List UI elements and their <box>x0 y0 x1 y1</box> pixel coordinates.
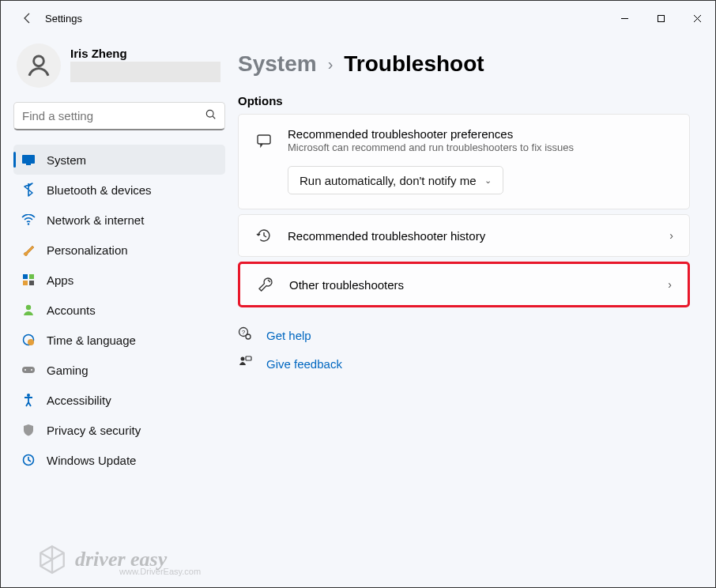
app-title: Settings <box>45 13 82 24</box>
nav-label: Gaming <box>47 364 89 377</box>
watermark-url: www.DriverEasy.com <box>119 567 201 576</box>
card-title: Recommended troubleshooter preferences <box>288 127 673 141</box>
dropdown-value: Run automatically, don't notify me <box>300 174 477 187</box>
breadcrumb-parent[interactable]: System <box>238 51 317 77</box>
breadcrumb-separator: › <box>328 55 334 74</box>
give-feedback-row[interactable]: Give feedback <box>238 355 690 372</box>
system-icon <box>21 154 36 165</box>
search-icon <box>205 109 217 123</box>
chevron-right-icon: › <box>668 278 672 291</box>
svg-point-3 <box>206 110 213 117</box>
breadcrumb-current: Troubleshoot <box>344 51 484 77</box>
nav-item-system[interactable]: System <box>13 145 225 175</box>
avatar <box>17 43 61 88</box>
wrench-icon <box>256 277 275 292</box>
nav-label: Apps <box>47 273 73 287</box>
svg-point-2 <box>34 56 44 66</box>
sidebar: Iris Zheng System Bluetooth & devices Ne… <box>1 36 238 587</box>
nav-item-network[interactable]: Network & internet <box>13 205 225 235</box>
brush-icon <box>21 243 36 256</box>
svg-point-24 <box>241 357 245 361</box>
nav-label: Windows Update <box>47 454 136 467</box>
window-controls <box>606 6 715 31</box>
accessibility-icon <box>21 393 36 407</box>
svg-point-23 <box>246 334 251 339</box>
nav-item-update[interactable]: Windows Update <box>13 445 225 475</box>
svg-rect-1 <box>658 15 664 21</box>
card-subtitle: Microsoft can recommend and run troubles… <box>288 141 673 153</box>
nav-label: System <box>47 153 86 167</box>
card-title: Other troubleshooters <box>289 278 654 292</box>
maximize-button[interactable] <box>643 6 679 31</box>
apps-icon <box>21 273 36 286</box>
svg-rect-11 <box>29 281 34 285</box>
give-feedback-link[interactable]: Give feedback <box>266 357 342 371</box>
nav-item-privacy[interactable]: Privacy & security <box>13 415 225 445</box>
svg-point-14 <box>28 339 34 345</box>
nav-item-apps[interactable]: Apps <box>13 265 225 295</box>
card-title: Recommended troubleshooter history <box>288 229 655 243</box>
gamepad-icon <box>21 365 36 375</box>
watermark: driver easy www.DriverEasy.com <box>36 543 167 576</box>
close-button[interactable] <box>679 6 715 31</box>
nav-label: Network & internet <box>47 213 144 227</box>
clock-globe-icon <box>21 334 36 346</box>
update-icon <box>21 454 36 466</box>
svg-point-18 <box>27 394 30 397</box>
profile-name: Iris Zheng <box>70 47 220 60</box>
svg-point-17 <box>31 369 32 371</box>
nav-item-personalization[interactable]: Personalization <box>13 235 225 265</box>
nav-label: Bluetooth & devices <box>47 183 152 197</box>
nav-label: Accounts <box>47 303 96 317</box>
svg-point-7 <box>28 223 29 224</box>
search-box[interactable] <box>13 102 225 130</box>
svg-rect-10 <box>23 281 28 285</box>
history-icon <box>254 228 273 243</box>
svg-rect-25 <box>246 356 251 360</box>
profile-email-redacted <box>70 62 220 82</box>
nav-label: Time & language <box>47 334 136 347</box>
back-button[interactable] <box>12 2 43 34</box>
get-help-row[interactable]: ? Get help <box>238 326 690 344</box>
svg-rect-5 <box>22 155 35 164</box>
nav-label: Personalization <box>47 243 128 257</box>
svg-rect-9 <box>29 274 34 279</box>
nav-label: Accessibility <box>47 394 111 407</box>
card-recommended-preferences: Recommended troubleshooter preferences M… <box>238 114 690 209</box>
card-other-troubleshooters[interactable]: Other troubleshooters › <box>238 262 690 307</box>
nav-item-gaming[interactable]: Gaming <box>13 355 225 385</box>
svg-rect-15 <box>22 367 35 373</box>
nav-item-accessibility[interactable]: Accessibility <box>13 385 225 415</box>
minimize-button[interactable] <box>606 6 643 31</box>
svg-point-16 <box>24 369 26 371</box>
section-label-options: Options <box>238 94 690 107</box>
titlebar: Settings <box>1 1 715 36</box>
profile[interactable]: Iris Zheng <box>13 43 225 88</box>
nav-list: System Bluetooth & devices Network & int… <box>13 145 225 475</box>
main-content: System › Troubleshoot Options Recommende… <box>238 36 715 587</box>
footer-links: ? Get help Give feedback <box>238 326 690 372</box>
troubleshooter-preference-dropdown[interactable]: Run automatically, don't notify me ⌄ <box>288 166 503 194</box>
chat-icon <box>254 133 273 149</box>
get-help-link[interactable]: Get help <box>266 329 311 342</box>
svg-rect-20 <box>258 135 270 144</box>
shield-icon <box>21 424 36 436</box>
svg-rect-8 <box>23 274 28 279</box>
nav-item-accounts[interactable]: Accounts <box>13 295 225 325</box>
person-icon <box>21 303 36 316</box>
svg-rect-6 <box>26 164 31 165</box>
watermark-logo-icon <box>36 543 69 576</box>
nav-item-bluetooth[interactable]: Bluetooth & devices <box>13 175 225 205</box>
card-troubleshooter-history[interactable]: Recommended troubleshooter history › <box>238 214 690 257</box>
bluetooth-icon <box>21 183 36 197</box>
feedback-icon <box>238 355 254 372</box>
svg-line-4 <box>213 116 215 119</box>
nav-item-time[interactable]: Time & language <box>13 325 225 355</box>
wifi-icon <box>21 214 36 225</box>
help-icon: ? <box>238 326 254 344</box>
search-input[interactable] <box>22 109 205 122</box>
svg-point-12 <box>26 305 31 310</box>
settings-window: Settings Iris Zheng System <box>0 0 716 588</box>
chevron-right-icon: › <box>669 229 673 242</box>
svg-text:?: ? <box>242 329 246 336</box>
